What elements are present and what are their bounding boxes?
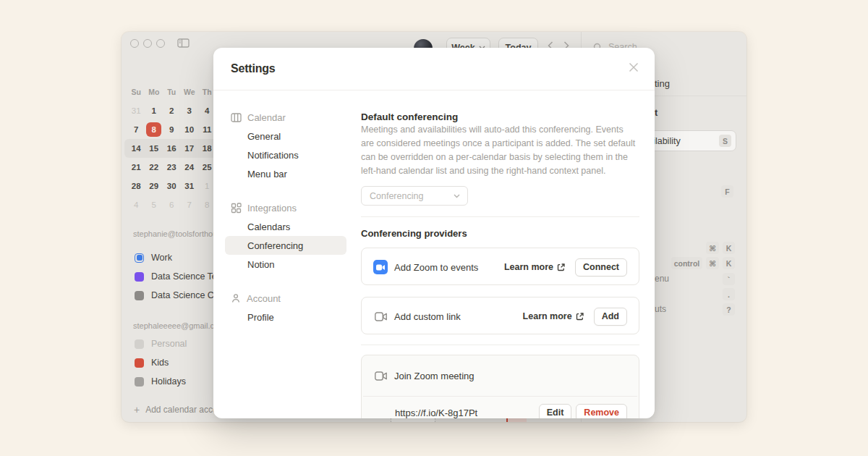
shortcut-row: ` — [723, 273, 735, 285]
calendar-day[interactable]: 4 — [134, 200, 138, 209]
conferencing-select[interactable]: Conferencing — [361, 186, 468, 206]
nav-section-label: Calendar — [247, 112, 286, 123]
context-panel-truncated-title: ting — [655, 78, 670, 89]
calendar-day[interactable]: 30 — [167, 182, 176, 190]
calendar-day[interactable]: 6 — [169, 200, 174, 209]
calendar-day[interactable]: 8 — [205, 200, 209, 209]
calendar-day[interactable]: 29 — [149, 182, 158, 190]
key-badge-f: F — [721, 185, 733, 198]
calendar-list-label: Personal — [151, 339, 187, 349]
calendar-day[interactable]: 11 — [203, 125, 211, 134]
nav-section-integrations: Integrations — [231, 198, 297, 217]
connect-button[interactable]: Connect — [575, 258, 627, 276]
calendar-day[interactable]: 1 — [205, 182, 209, 190]
calendar-color-holidays-icon — [135, 377, 144, 387]
conference-url: https://f.io/K-8g17Pt — [395, 408, 477, 418]
weekday-label: Th — [203, 88, 212, 96]
key-badge-backtick: ` — [723, 273, 735, 285]
calendar-day[interactable]: 31 — [132, 106, 141, 115]
section-divider — [361, 216, 639, 217]
calendar-day[interactable]: 22 — [149, 163, 158, 172]
section-divider — [361, 345, 639, 345]
calendar-day[interactable]: 4 — [205, 106, 209, 115]
nav-item-calendars[interactable]: Calendars — [247, 217, 290, 236]
calendar-day[interactable]: 5 — [152, 200, 156, 209]
key-badge-k: K — [723, 242, 735, 254]
integrations-icon — [231, 203, 242, 214]
calendar-day[interactable]: 21 — [132, 163, 141, 172]
calendar-color-kids-icon — [135, 358, 144, 368]
calendar-day[interactable]: 17 — [184, 144, 194, 153]
shortcut-row: . — [723, 288, 735, 300]
nav-item-general[interactable]: General — [247, 127, 281, 145]
learn-more-label: Learn more — [523, 311, 572, 321]
window-controls — [130, 38, 190, 48]
provider-label: Join Zoom meeting — [394, 371, 475, 381]
calendar-list-label: Holidays — [151, 376, 186, 387]
calendar-color-team-icon — [135, 272, 144, 282]
calendar-day[interactable]: 24 — [184, 163, 194, 172]
calendar-day[interactable]: 14 — [132, 144, 141, 153]
key-badge-s: S — [719, 135, 731, 147]
nav-item-menu-bar[interactable]: Menu bar — [247, 164, 287, 183]
calendar-day[interactable]: 1 — [152, 106, 156, 115]
calendar-day[interactable]: 18 — [203, 144, 212, 153]
calendar-day[interactable]: 15 — [149, 144, 158, 153]
window-minimize-button[interactable] — [143, 39, 152, 48]
window-close-button[interactable] — [130, 39, 139, 48]
calendar-day[interactable]: 7 — [187, 200, 192, 209]
nav-item-conferencing[interactable]: Conferencing — [225, 236, 346, 255]
calendar-color-personal-icon — [135, 339, 144, 349]
sidebar-toggle-icon[interactable] — [177, 38, 190, 48]
settings-title: Settings — [231, 62, 276, 75]
calendar-list-label: Work — [151, 253, 172, 263]
calendar-day[interactable]: 2 — [169, 106, 174, 115]
learn-more-link[interactable]: Learn more — [523, 311, 584, 321]
calendar-day[interactable]: 23 — [167, 163, 176, 172]
weekday-label: We — [184, 88, 195, 96]
weekday-label: Su — [132, 88, 141, 96]
calendar-day[interactable]: 3 — [187, 106, 192, 115]
key-badge-cmd: ⌘ — [706, 242, 719, 254]
calendar-day[interactable]: 31 — [184, 182, 194, 190]
nav-item-notifications[interactable]: Notifications — [247, 145, 299, 164]
calendar-day[interactable]: 9 — [169, 125, 174, 134]
nav-section-account: Account — [231, 289, 281, 308]
shortcut-row: control ⌘ K — [671, 257, 735, 269]
default-conferencing-description: Meetings and availabilities will auto-ad… — [361, 123, 637, 178]
shortcut-truncated-label: enu — [655, 274, 669, 284]
nav-item-profile[interactable]: Profile — [247, 308, 274, 326]
key-badge-question: ? — [723, 303, 735, 316]
weekday-label: Tu — [167, 88, 176, 96]
calendar-list-item-personal[interactable]: Personal — [135, 339, 187, 349]
calendar-day[interactable]: 7 — [134, 125, 138, 134]
calendar-day[interactable]: 10 — [184, 125, 194, 134]
nav-section-calendar: Calendar — [231, 108, 286, 127]
weekday-label: Mo — [148, 88, 159, 96]
add-button[interactable]: Add — [594, 308, 627, 326]
calendar-day[interactable]: 28 — [132, 182, 141, 190]
calendar-icon — [231, 113, 242, 122]
key-badge-period: . — [723, 288, 735, 300]
video-camera-icon — [373, 312, 388, 321]
nav-section-label: Account — [247, 293, 281, 304]
provider-label: Add Zoom to events — [394, 262, 478, 273]
calendar-day-today[interactable]: 8 — [146, 122, 161, 137]
close-icon[interactable] — [627, 61, 640, 74]
calendar-day[interactable]: 16 — [167, 144, 176, 153]
provider-card-zoom: Add Zoom to events Learn more Connect — [361, 248, 639, 285]
calendar-list-item-kids[interactable]: Kids — [135, 358, 169, 368]
remove-button[interactable]: Remove — [576, 404, 627, 419]
calendar-day[interactable]: 25 — [203, 163, 212, 172]
shortcut-row: ? — [723, 303, 735, 316]
nav-section-label: Integrations — [247, 203, 297, 214]
shortcut-truncated-label: uts — [655, 304, 666, 314]
key-badge-cmd: ⌘ — [706, 257, 719, 269]
calendar-list-item-work[interactable]: Work — [135, 253, 172, 263]
edit-button[interactable]: Edit — [539, 404, 572, 419]
window-zoom-button[interactable] — [156, 39, 165, 48]
nav-item-notion[interactable]: Notion — [247, 255, 275, 274]
external-link-icon — [576, 313, 584, 321]
learn-more-link[interactable]: Learn more — [504, 262, 565, 272]
calendar-list-item-holidays[interactable]: Holidays — [135, 376, 186, 387]
